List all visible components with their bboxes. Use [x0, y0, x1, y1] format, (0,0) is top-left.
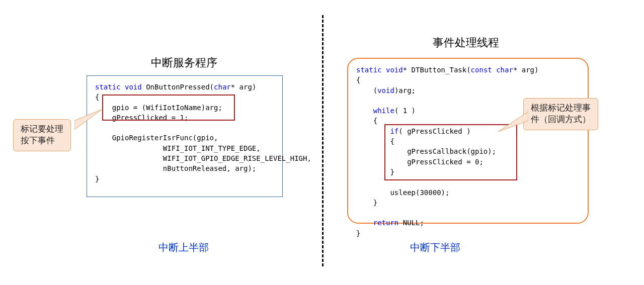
thread-footer: 中断下半部	[410, 241, 460, 254]
isr-callout-pointer	[74, 110, 105, 132]
thread-code-box: static void* DTButton_Task(const char* a…	[347, 58, 589, 224]
svg-marker-1	[498, 112, 528, 132]
thread-callout: 根据标记处理事 件（回调方式）	[523, 98, 598, 130]
isr-callout: 标记要处理 按下事件	[13, 119, 71, 151]
thread-callout-pointer	[498, 110, 528, 132]
thread-title: 事件处理线程	[433, 35, 499, 50]
thread-highlight	[384, 124, 517, 180]
isr-highlight	[102, 94, 235, 121]
vertical-divider	[322, 15, 324, 266]
isr-footer: 中断上半部	[158, 241, 209, 254]
isr-title: 中断服务程序	[151, 55, 217, 70]
svg-marker-0	[74, 110, 102, 130]
isr-code-box: static void OnButtonPressed(char* arg) {…	[87, 75, 283, 197]
